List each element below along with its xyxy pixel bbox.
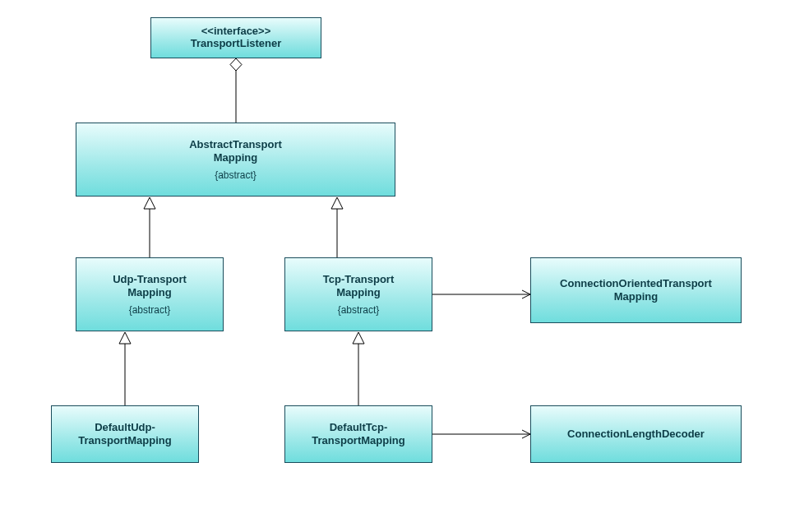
class-udp-transport-mapping: Udp-Transport Mapping {abstract} — [76, 257, 224, 331]
class-name-line2: Mapping — [336, 286, 380, 298]
class-abstract-transport-mapping: AbstractTransport Mapping {abstract} — [76, 123, 395, 197]
class-name-line1: DefaultUdp- — [95, 421, 155, 433]
interface-transport-listener: <<interface>> TransportListener — [150, 17, 321, 58]
class-name-line1: Udp-Transport — [113, 273, 187, 285]
generalization-triangle-icon — [119, 332, 131, 344]
class-name-line2: TransportMapping — [78, 434, 171, 446]
class-name: DefaultTcp- TransportMapping — [312, 421, 404, 448]
class-name: DefaultUdp- TransportMapping — [78, 421, 171, 448]
class-name-line1: DefaultTcp- — [330, 421, 388, 433]
class-name-line1: AbstractTransport — [189, 138, 282, 150]
class-default-tcp-transport-mapping: DefaultTcp- TransportMapping — [284, 405, 432, 463]
class-name: ConnectionLengthDecoder — [567, 428, 705, 441]
generalization-triangle-icon — [331, 197, 343, 209]
class-name-line2: Mapping — [127, 286, 171, 298]
class-connection-oriented-transport-mapping: ConnectionOrientedTransport Mapping — [530, 257, 742, 323]
class-name: AbstractTransport Mapping — [189, 138, 282, 165]
abstract-constraint: {abstract} — [129, 304, 171, 316]
generalization-triangle-icon — [144, 197, 155, 209]
class-tcp-transport-mapping: Tcp-Transport Mapping {abstract} — [284, 257, 432, 331]
aggregation-diamond-icon — [230, 58, 242, 71]
class-connection-length-decoder: ConnectionLengthDecoder — [530, 405, 742, 463]
class-name: Tcp-Transport Mapping — [323, 273, 394, 300]
class-name: Udp-Transport Mapping — [113, 273, 187, 300]
generalization-triangle-icon — [353, 332, 364, 344]
class-name-line1: Tcp-Transport — [323, 273, 394, 285]
class-name-line1: ConnectionOrientedTransport — [560, 277, 712, 289]
abstract-constraint: {abstract} — [215, 169, 257, 181]
class-name: ConnectionOrientedTransport Mapping — [560, 277, 712, 304]
class-name-line2: Mapping — [614, 290, 658, 303]
abstract-constraint: {abstract} — [338, 304, 380, 316]
class-name-line2: Mapping — [214, 151, 257, 164]
class-default-udp-transport-mapping: DefaultUdp- TransportMapping — [51, 405, 199, 463]
class-name-line2: TransportMapping — [312, 434, 404, 446]
class-name: TransportListener — [191, 37, 282, 50]
stereotype-label: <<interface>> — [201, 25, 271, 37]
